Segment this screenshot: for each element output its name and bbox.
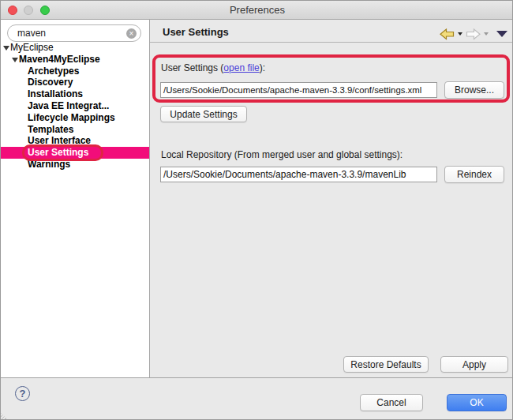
- restore-defaults-button[interactable]: Restore Defaults: [343, 356, 429, 373]
- forward-history-dropdown-icon[interactable]: [484, 32, 489, 36]
- search-input[interactable]: [17, 26, 120, 40]
- tree-item-warnings[interactable]: Warnings: [1, 159, 149, 171]
- back-history-dropdown-icon[interactable]: [458, 32, 462, 36]
- clear-search-icon[interactable]: ×: [126, 28, 137, 39]
- title-bar: Preferences: [1, 1, 513, 20]
- local-repository-label: Local Repository (From merged user and g…: [161, 149, 403, 160]
- tree-item-myeclipse[interactable]: MyEclipse: [1, 42, 149, 54]
- tree-item-discovery[interactable]: Discovery: [1, 77, 149, 88]
- resize-grip-icon[interactable]: [1, 413, 9, 420]
- page-navigation: [440, 27, 507, 41]
- cancel-button[interactable]: Cancel: [360, 394, 423, 411]
- open-file-link[interactable]: open file: [223, 62, 259, 73]
- tree-item-archetypes[interactable]: Archetypes: [1, 66, 149, 77]
- window-title: Preferences: [1, 1, 513, 20]
- collapse-triangle-icon[interactable]: [12, 58, 18, 62]
- collapse-triangle-icon[interactable]: [3, 46, 9, 51]
- tree-item-lifecycle-mappings[interactable]: Lifecycle Mappings: [1, 112, 149, 124]
- tree-item-user-interface[interactable]: User Interface: [1, 135, 149, 147]
- tree-item-java-ee-integration[interactable]: Java EE Integrat...: [1, 100, 149, 112]
- ok-button[interactable]: OK: [447, 394, 507, 411]
- header-divider: [150, 42, 513, 43]
- user-settings-path-field[interactable]: /Users/Sookie/Documents/apache-maven-3.3…: [160, 82, 437, 98]
- tree-item-user-settings[interactable]: User Settings: [1, 147, 149, 159]
- browse-button[interactable]: Browse...: [444, 81, 504, 99]
- dialog-footer: ? Cancel OK: [1, 378, 513, 420]
- preferences-sidebar: × MyEclipse Maven4MyEclipse Archetypes D…: [1, 20, 149, 377]
- back-arrow-icon[interactable]: [440, 28, 455, 40]
- update-settings-button[interactable]: Update Settings: [160, 106, 247, 122]
- apply-button[interactable]: Apply: [440, 356, 508, 373]
- forward-arrow-icon[interactable]: [466, 28, 481, 40]
- reindex-button[interactable]: Reindex: [444, 166, 504, 183]
- filter-searchbox[interactable]: ×: [7, 24, 141, 42]
- tree-item-templates[interactable]: Templates: [1, 124, 149, 136]
- page-title: User Settings: [163, 26, 229, 38]
- tree-item-installations[interactable]: Installations: [1, 88, 149, 100]
- help-icon[interactable]: ?: [15, 386, 30, 401]
- view-menu-icon[interactable]: [496, 31, 507, 37]
- user-settings-page: User Settings User Settings (open file):…: [150, 20, 513, 377]
- preferences-window: Preferences × MyEclipse Maven4MyEclipse …: [0, 0, 513, 420]
- tree-item-maven4myeclipse[interactable]: Maven4MyEclipse: [1, 54, 149, 66]
- local-repository-path-field[interactable]: /Users/Sookie/Documents/apache-maven-3.3…: [160, 167, 437, 182]
- user-settings-label: User Settings (open file):: [161, 62, 265, 73]
